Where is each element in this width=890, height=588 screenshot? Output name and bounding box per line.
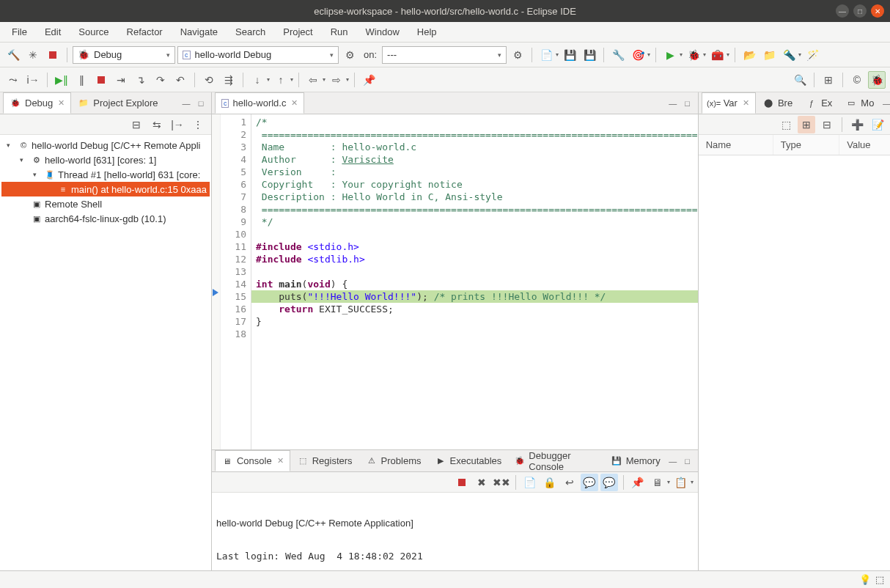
new-icon[interactable]: 📄 xyxy=(537,46,555,64)
col-type[interactable]: Type xyxy=(773,135,839,155)
close-tab-icon[interactable]: ✕ xyxy=(277,456,284,466)
editor-maximize-icon[interactable]: □ xyxy=(682,98,694,109)
close-tab-icon[interactable]: ✕ xyxy=(743,98,749,108)
tree-node[interactable]: ▾⚙hello-world [631] [cores: 1] xyxy=(1,152,210,167)
console-remove-icon[interactable]: ✖ xyxy=(473,474,490,491)
debug-perspective-icon[interactable]: 🐞 xyxy=(868,71,886,89)
console-maximize-icon[interactable]: □ xyxy=(682,455,694,467)
menu-source[interactable]: Source xyxy=(71,23,116,40)
menu-file[interactable]: File xyxy=(4,23,34,40)
menu-search[interactable]: Search xyxy=(228,23,273,40)
menu-refactor[interactable]: Refactor xyxy=(119,23,170,40)
vars-add-icon[interactable]: ➕ xyxy=(848,116,866,133)
gear-icon[interactable]: ⚙ xyxy=(341,46,358,64)
tab-memory[interactable]: 💾Memory xyxy=(604,450,667,471)
vars-minimize-icon[interactable]: — xyxy=(880,98,890,109)
editor-minimize-icon[interactable]: — xyxy=(667,98,679,109)
console-show-on-out-icon[interactable]: 💬 xyxy=(581,474,598,491)
tab-project-explore[interactable]: 📁Project Explore xyxy=(71,92,164,114)
gear2-icon[interactable]: ⚙ xyxy=(509,46,526,64)
external-tools-icon[interactable]: 🧰 xyxy=(708,46,726,64)
next-annotation-icon[interactable]: ↓ xyxy=(249,71,266,89)
pin-editor-icon[interactable]: 📌 xyxy=(360,71,378,89)
close-tab-icon[interactable]: ✕ xyxy=(58,98,65,108)
menu-icon[interactable]: ⋮ xyxy=(189,116,207,133)
console-display-icon[interactable]: 🖥 xyxy=(649,474,666,491)
build-config-icon[interactable]: ✳ xyxy=(24,46,42,64)
menu-project[interactable]: Project xyxy=(276,23,320,40)
view-menu-icon[interactable]: |→ xyxy=(169,116,186,133)
console-pin-icon[interactable]: 📌 xyxy=(629,474,647,491)
console-open-icon[interactable]: 📋 xyxy=(672,474,690,491)
tab-console[interactable]: 🖥Console✕ xyxy=(215,450,290,471)
terminate-icon[interactable] xyxy=(92,71,110,89)
drop-to-frame-icon[interactable]: ⟲ xyxy=(200,71,218,89)
console-show-on-err-icon[interactable]: 💬 xyxy=(600,474,618,491)
menu-window[interactable]: Window xyxy=(358,23,407,40)
menu-navigate[interactable]: Navigate xyxy=(173,23,225,40)
instruction-step-icon[interactable]: i→ xyxy=(24,71,42,89)
tree-node[interactable]: ▾🧵Thread #1 [hello-world] 631 [core: xyxy=(1,167,210,182)
prev-annotation-icon[interactable]: ↑ xyxy=(272,71,290,89)
step-over-icon[interactable]: ↷ xyxy=(152,71,169,89)
back-icon[interactable]: ⇦ xyxy=(304,71,322,89)
forward-icon[interactable]: ⇨ xyxy=(328,71,345,89)
suspend-icon[interactable]: ‖ xyxy=(73,71,90,89)
quick-access-icon[interactable]: 🔍 xyxy=(791,71,809,89)
close-tab-icon[interactable]: ✕ xyxy=(291,98,298,108)
vars-new-icon[interactable]: 📝 xyxy=(869,116,886,133)
link-editor-icon[interactable]: ⇆ xyxy=(148,116,166,133)
collapse-all-icon[interactable]: ⊟ xyxy=(128,116,145,133)
col-name[interactable]: Name xyxy=(699,135,773,155)
vars-show-type-icon[interactable]: ⬚ xyxy=(777,116,795,133)
tip-icon[interactable]: 💡 xyxy=(859,574,871,585)
run-icon[interactable]: ▶ xyxy=(661,46,679,64)
tree-node[interactable]: ≡main() at hello-world.c:15 0xaaa xyxy=(1,182,210,196)
target-select[interactable]: --- ▾ xyxy=(382,46,507,64)
step-into-icon[interactable]: ↴ xyxy=(132,71,150,89)
open-task-icon[interactable]: 📁 xyxy=(760,46,778,64)
tree-node[interactable]: ▾©hello-world Debug [C/C++ Remote Appli xyxy=(1,138,210,152)
launch-config-select[interactable]: c hello-world Debug ▾ xyxy=(177,46,339,64)
use-step-filters-icon[interactable]: ⇶ xyxy=(220,71,238,89)
console-output[interactable]: hello-world Debug [C/C++ Remote Applicat… xyxy=(212,493,698,570)
wizard-icon[interactable]: 🪄 xyxy=(803,46,821,64)
skip-breakpoints-icon[interactable]: ⤳ xyxy=(4,71,22,89)
tab-ex[interactable]: ƒEx xyxy=(799,92,839,114)
stop-build-icon[interactable] xyxy=(44,46,62,64)
minimize-button[interactable]: — xyxy=(836,4,849,18)
tab-var[interactable]: (x)=Var✕ xyxy=(702,92,756,114)
console-minimize-icon[interactable]: — xyxy=(667,455,679,467)
minimize-view-icon[interactable]: — xyxy=(180,98,192,109)
vars-collapse-icon[interactable]: ⊟ xyxy=(818,116,836,133)
maximize-button[interactable]: □ xyxy=(853,4,867,18)
tree-node[interactable]: ▣aarch64-fslc-linux-gdb (10.1) xyxy=(1,211,210,226)
tab-bre[interactable]: ⬤Bre xyxy=(756,92,799,114)
save-all-icon[interactable]: 💾 xyxy=(581,46,598,64)
build-target-icon[interactable]: 🎯 xyxy=(629,46,647,64)
close-button[interactable]: ✕ xyxy=(871,4,884,18)
tab-registers[interactable]: ⬚Registers xyxy=(290,450,359,471)
debug-icon[interactable]: 🐞 xyxy=(685,46,702,64)
hammer-icon[interactable]: 🔨 xyxy=(4,46,22,64)
vars-show-logical-icon[interactable]: ⊞ xyxy=(798,116,815,133)
console-clear-icon[interactable]: 📄 xyxy=(521,474,539,491)
console-removeall-icon[interactable]: ✖✖ xyxy=(493,474,510,491)
open-perspective-icon[interactable]: ⊞ xyxy=(820,71,837,89)
open-type-icon[interactable]: 📂 xyxy=(740,46,758,64)
search-icon[interactable]: 🔦 xyxy=(780,46,798,64)
col-value[interactable]: Value xyxy=(839,135,890,155)
tab-mo[interactable]: ▭Mo xyxy=(839,92,880,114)
save-icon[interactable]: 💾 xyxy=(561,46,578,64)
tab-executables[interactable]: ▶Executables xyxy=(428,450,509,471)
tab-debugger-console[interactable]: 🐞Debugger Console xyxy=(508,450,603,471)
console-terminate-icon[interactable] xyxy=(453,474,471,491)
update-icon[interactable]: ⬚ xyxy=(875,574,884,585)
menu-run[interactable]: Run xyxy=(323,23,356,40)
tab-debug[interactable]: 🐞Debug✕ xyxy=(3,92,71,114)
tab-problems[interactable]: ⚠Problems xyxy=(359,450,428,471)
console-scroll-lock-icon[interactable]: 🔒 xyxy=(541,474,559,491)
cpp-perspective-icon[interactable]: © xyxy=(848,71,866,89)
step-return-icon[interactable]: ↶ xyxy=(172,71,189,89)
disconnect-icon[interactable]: ⇥ xyxy=(112,71,130,89)
